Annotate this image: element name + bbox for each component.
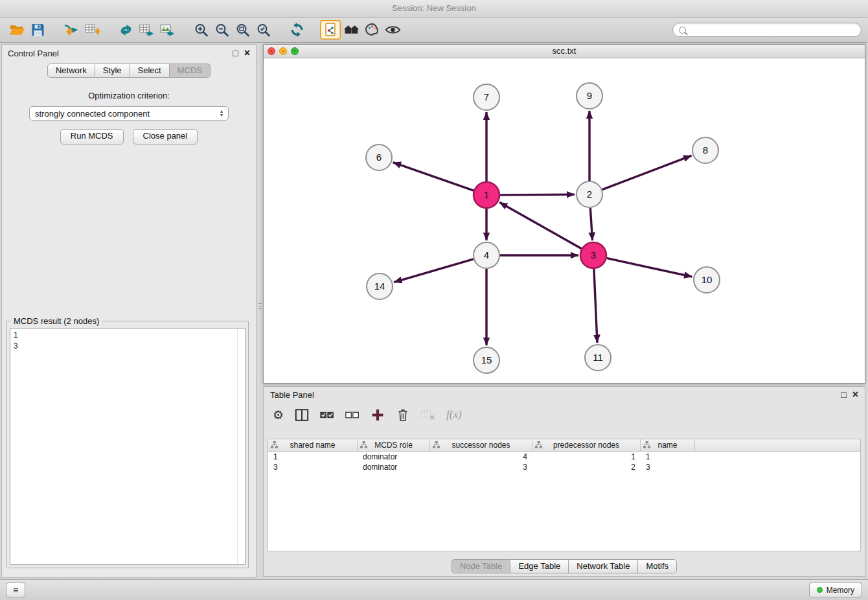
svg-text:4: 4 [484,249,489,260]
close-panel-button[interactable]: Close panel [133,129,198,144]
tab-mcds[interactable]: MCDS [170,63,211,78]
edge-3-11[interactable] [594,269,597,343]
float-panel-icon[interactable] [233,49,238,58]
style-badge-icon[interactable] [361,20,382,40]
mcds-result-list[interactable]: 13 [10,328,246,565]
column-header-successor-nodes[interactable]: successor nodes [430,439,532,451]
toolbar-group [286,20,307,40]
node-9[interactable]: 9 [577,83,602,109]
maximize-window-button[interactable] [291,47,299,55]
column-tree-icon [534,441,543,449]
curved-arrows-icon[interactable] [115,20,136,40]
splitter-handle[interactable] [257,297,262,315]
node-11[interactable]: 11 [585,345,611,371]
edge-2-3[interactable] [590,208,592,240]
list-icon [13,584,18,596]
edge-4-14[interactable] [394,259,474,283]
tab-node-table[interactable]: Node Table [451,559,511,573]
delete-row-icon[interactable] [396,408,410,422]
window-titlebar: Session: New Session [0,0,868,17]
toolbar-group [320,20,403,40]
edge-3-1[interactable] [499,202,582,248]
import-network-icon[interactable] [61,20,82,40]
edge-1-2[interactable] [500,194,575,195]
main-area: Control Panel NetworkStyleSelectMCDS Opt… [0,43,868,579]
node-15[interactable]: 15 [474,347,499,373]
node-4[interactable]: 4 [474,242,499,268]
edge-3-10[interactable] [607,258,692,277]
tab-network[interactable]: Network [47,63,95,78]
column-header-name[interactable]: name [641,439,695,451]
eye-icon[interactable] [382,20,403,40]
tab-motifs[interactable]: Motifs [638,559,677,573]
network-page-icon[interactable] [320,20,341,40]
select-all-checkboxes-icon[interactable] [320,408,334,422]
node-6[interactable]: 6 [366,144,392,170]
run-mcds-button[interactable]: Run MCDS [60,129,124,144]
zoom-out-icon[interactable] [211,20,232,40]
node-2[interactable]: 2 [577,181,602,207]
node-7[interactable]: 7 [474,84,499,110]
column-header-MCDS-role[interactable]: MCDS role [358,439,430,451]
search-input[interactable] [690,25,855,35]
open-folder-icon[interactable] [6,20,27,40]
table-toolbar: ⚙f(x) [264,402,865,427]
node-14[interactable]: 14 [367,273,393,299]
status-bar: Memory [0,579,868,600]
node-10[interactable]: 10 [694,267,720,293]
import-table-icon[interactable] [82,20,102,40]
delete-table-icon [421,408,435,422]
minimize-window-button[interactable] [279,47,287,55]
tab-select[interactable]: Select [130,63,170,78]
search-box[interactable] [672,23,862,37]
memory-label: Memory [827,586,854,595]
edge-2-8[interactable] [602,156,692,189]
svg-text:3: 3 [591,249,596,260]
svg-text:10: 10 [702,274,713,285]
table-export-icon[interactable] [136,20,157,40]
tab-edge-table[interactable]: Edge Table [510,559,569,573]
float-table-panel-icon[interactable] [841,390,846,399]
gear-icon[interactable]: ⚙ [273,409,284,421]
close-table-panel-icon[interactable] [852,389,858,400]
houses-icon[interactable] [341,20,361,40]
column-tree-icon [643,441,651,449]
column-header-predecessor-nodes[interactable]: predecessor nodes [532,439,641,451]
refresh-icon[interactable] [286,20,307,40]
tab-style[interactable]: Style [95,63,130,78]
add-row-icon[interactable] [371,408,385,422]
column-browser-icon[interactable] [295,408,309,422]
zoom-fit-icon[interactable] [232,20,253,40]
control-panel: Control Panel NetworkStyleSelectMCDS Opt… [1,44,257,578]
close-panel-icon[interactable] [244,48,250,58]
close-window-button[interactable] [268,47,275,55]
tab-network-table[interactable]: Network Table [569,559,638,573]
network-window-title: scc.txt [553,46,577,56]
toolbar-group [6,20,48,40]
criterion-select[interactable]: strongly connected component [29,106,229,121]
column-header-shared-name[interactable]: shared name [268,439,358,451]
table-row[interactable]: 1dominator411 [268,452,860,462]
table-row[interactable]: 3dominator323 [268,462,860,472]
node-8[interactable]: 8 [692,137,718,163]
edge-1-6[interactable] [393,163,474,190]
memory-button[interactable]: Memory [809,583,862,597]
task-list-button[interactable] [6,583,25,597]
mcds-result-value: 3 [14,341,242,352]
network-canvas[interactable]: 7968124314101511 [264,58,865,383]
zoom-selected-icon[interactable] [253,20,273,40]
node-1[interactable]: 1 [474,182,499,208]
save-floppy-icon[interactable] [27,20,48,40]
zoom-in-icon[interactable] [190,20,211,40]
criterion-value: strongly connected component [35,109,150,119]
control-panel-tabs: NetworkStyleSelectMCDS [2,63,256,78]
svg-text:14: 14 [374,281,385,292]
cell-successor-nodes: 4 [430,452,532,461]
cell-shared-name: 3 [268,463,358,472]
clear-checkboxes-icon[interactable] [345,408,360,422]
cell-MCDS-role: dominator [358,452,430,461]
column-header-filler [695,439,860,451]
cell-name: 1 [641,452,695,461]
image-export-icon[interactable] [157,20,177,40]
node-3[interactable]: 3 [580,242,606,268]
